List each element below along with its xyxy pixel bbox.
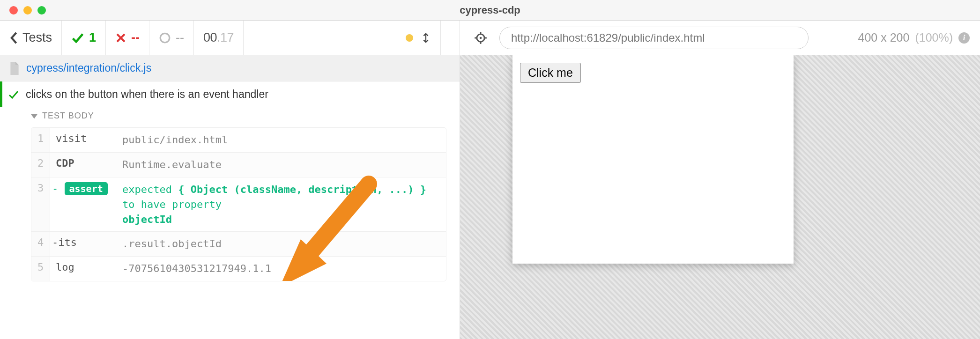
command-list: 1 visit public/index.html 2 CDP Runtime.… xyxy=(31,127,446,281)
caret-down-icon xyxy=(31,113,37,119)
titlebar: cypress-cdp xyxy=(0,0,980,21)
spec-file-bar[interactable]: cypress/integration/click.js xyxy=(0,55,460,81)
command-message: .result.objectId xyxy=(120,232,446,256)
viewport-dimensions: 400 x 200 xyxy=(858,31,910,44)
minimize-window-button[interactable] xyxy=(23,6,32,15)
aut-pane: http://localhost:61829/public/index.html… xyxy=(460,21,980,339)
reload-button[interactable] xyxy=(441,21,460,55)
failed-value: -- xyxy=(131,30,140,45)
command-message: Runtime.evaluate xyxy=(120,153,446,177)
passed-value: 1 xyxy=(89,30,96,45)
back-label: Tests xyxy=(22,30,52,45)
crosshair-icon xyxy=(474,31,487,44)
command-name: - assert xyxy=(50,177,120,200)
failed-count[interactable]: -- xyxy=(106,21,149,55)
command-name: CDP xyxy=(50,153,120,174)
aut-iframe: Click me xyxy=(512,55,794,264)
command-row[interactable]: 5 log -7075610430531217949.1.1 xyxy=(31,256,446,281)
pending-count[interactable]: -- xyxy=(149,21,194,55)
checkmark-icon xyxy=(71,31,84,44)
checkmark-icon xyxy=(8,89,19,100)
viewport-zoom: (100%) xyxy=(915,31,953,44)
zoom-window-button[interactable] xyxy=(37,6,46,15)
command-name: -its xyxy=(50,232,120,253)
command-row[interactable]: 1 visit public/index.html xyxy=(31,128,446,152)
command-message: public/index.html xyxy=(120,128,446,152)
test-body-label: TEST BODY xyxy=(42,111,94,121)
circle-icon xyxy=(159,32,171,44)
aut-toolbar: http://localhost:61829/public/index.html… xyxy=(460,21,980,55)
reporter-pane: Tests 1 -- -- 00.17 xyxy=(0,21,460,339)
toolbar-spacer xyxy=(244,21,396,55)
command-row[interactable]: 4 -its .result.objectId xyxy=(31,231,446,256)
reporter-toolbar: Tests 1 -- -- 00.17 xyxy=(0,21,460,55)
passed-count[interactable]: 1 xyxy=(62,21,106,55)
command-message: -7075610430531217949.1.1 xyxy=(120,257,446,281)
duration-display: 00.17 xyxy=(194,21,244,55)
command-number: 5 xyxy=(31,257,50,281)
aut-viewport: Click me xyxy=(460,55,980,339)
spec-path: cypress/integration/click.js xyxy=(26,62,151,74)
test-title: clicks on the button when there is an ev… xyxy=(26,88,268,101)
x-icon xyxy=(115,32,126,44)
selector-playground-button[interactable] xyxy=(470,28,491,48)
back-to-tests-button[interactable]: Tests xyxy=(0,21,62,55)
command-number: 1 xyxy=(31,128,50,152)
chevron-left-icon xyxy=(9,31,18,44)
svg-point-2 xyxy=(160,33,170,43)
svg-point-9 xyxy=(480,37,482,39)
command-number: 3 xyxy=(31,177,50,232)
viewport-info[interactable]: 400 x 200 (100%) i xyxy=(858,31,970,44)
file-icon xyxy=(9,62,20,75)
assert-badge: assert xyxy=(65,182,108,195)
svg-marker-5 xyxy=(31,114,37,118)
command-number: 2 xyxy=(31,153,50,177)
command-name: visit xyxy=(50,128,120,149)
url-bar[interactable]: http://localhost:61829/public/index.html xyxy=(499,27,809,49)
command-name: log xyxy=(50,257,120,278)
viewport-status[interactable] xyxy=(396,21,441,55)
resize-arrows-icon xyxy=(421,31,431,44)
close-window-button[interactable] xyxy=(9,6,18,15)
window-title: cypress-cdp xyxy=(0,4,980,16)
click-me-button[interactable]: Click me xyxy=(520,63,581,83)
pending-value: -- xyxy=(176,30,184,45)
url-text: http://localhost:61829/public/index.html xyxy=(511,31,705,44)
command-message: expected { Object (className, descriptio… xyxy=(120,177,446,232)
command-row-assert[interactable]: 3 - assert expected { Object (className,… xyxy=(31,177,446,232)
command-number: 4 xyxy=(31,232,50,256)
command-row[interactable]: 2 CDP Runtime.evaluate xyxy=(31,152,446,177)
info-icon[interactable]: i xyxy=(958,32,970,44)
test-row[interactable]: clicks on the button when there is an ev… xyxy=(0,81,460,107)
traffic-lights xyxy=(9,6,46,15)
test-body-header[interactable]: TEST BODY xyxy=(0,107,460,125)
status-dot-icon xyxy=(406,34,413,42)
